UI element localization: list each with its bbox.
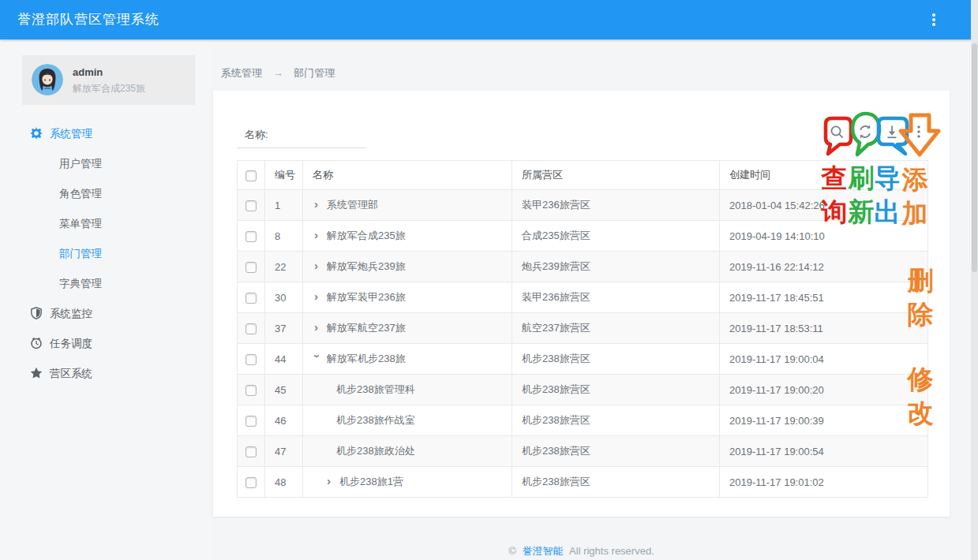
breadcrumb: 系统管理 → 部门管理 <box>221 66 335 80</box>
cell-name: 机步238旅管理科 <box>336 383 415 395</box>
column-header-created[interactable]: 创建时间 <box>720 161 928 190</box>
table-row[interactable]: 8 解放军合成235旅 合成235旅营区 2019-04-19 14:10:10 <box>238 221 928 252</box>
sidebar-item-system-management[interactable]: 系统管理 <box>0 119 210 149</box>
cell-camp: 炮兵239旅营区 <box>512 252 720 282</box>
sidebar-item-label: 任务调度 <box>50 338 92 349</box>
cell-id: 46 <box>265 405 303 436</box>
search-button[interactable] <box>829 124 845 140</box>
breadcrumb-current: 部门管理 <box>294 67 335 79</box>
user-organization: 解放军合成235旅 <box>73 82 145 95</box>
cell-name: 解放军装甲236旅 <box>327 291 406 303</box>
app-title: 誉澄部队营区管理系统 <box>17 0 159 39</box>
table-toolbar <box>829 124 939 140</box>
row-checkbox[interactable] <box>245 416 257 427</box>
export-button[interactable] <box>884 124 900 140</box>
cell-created: 2019-11-17 19:00:39 <box>720 405 928 436</box>
expand-icon[interactable] <box>327 475 334 487</box>
sidebar-item-camp-system[interactable]: 营区系统 <box>0 359 210 389</box>
table-row[interactable]: 44 解放军机步238旅 机步238旅营区 2019-11-17 19:00:0… <box>238 344 928 375</box>
sidebar-item-label: 系统监控 <box>50 308 92 319</box>
column-header-id[interactable]: 编号 <box>265 161 303 190</box>
cell-name: 机步238旅作战室 <box>336 414 415 426</box>
cell-camp: 合成235旅营区 <box>512 221 720 252</box>
table-row[interactable]: 45 机步238旅管理科 机步238旅营区 2019-11-17 19:00:2… <box>238 375 928 405</box>
row-checkbox[interactable] <box>245 477 257 488</box>
row-checkbox[interactable] <box>245 200 257 211</box>
row-checkbox[interactable] <box>245 385 257 396</box>
table-row[interactable]: 37 解放军航空237旅 航空237旅营区 2019-11-17 18:53:1… <box>238 313 928 344</box>
sidebar-item-dictionary-management[interactable]: 字典管理 <box>0 269 210 299</box>
sidebar: admin 解放军合成235旅 系统管理 用户管理 角色管理 菜单管理 部门管理… <box>0 39 210 560</box>
row-checkbox[interactable] <box>245 446 257 457</box>
cell-id: 45 <box>265 375 303 405</box>
cell-name: 解放军机步238旅 <box>327 353 406 364</box>
vertical-dots-icon <box>927 12 940 28</box>
sidebar-item-label: 部门管理 <box>59 248 102 259</box>
expand-icon[interactable] <box>314 229 321 241</box>
cell-id: 1 <box>265 190 303 221</box>
column-header-name[interactable]: 名称 <box>303 161 512 190</box>
table-row[interactable]: 22 解放军炮兵239旅 炮兵239旅营区 2019-11-16 22:14:1… <box>238 252 928 282</box>
cell-name: 机步238旅1营 <box>339 476 403 487</box>
sidebar-item-system-monitor[interactable]: 系统监控 <box>0 299 210 329</box>
expand-icon[interactable] <box>314 321 321 333</box>
sidebar-item-task-scheduling[interactable]: 任务调度 <box>0 329 210 359</box>
more-actions-button[interactable] <box>911 124 927 140</box>
table-row[interactable]: 46 机步238旅作战室 机步238旅营区 2019-11-17 19:00:3… <box>238 405 928 436</box>
cell-id: 22 <box>265 252 303 282</box>
cell-created: 2019-11-17 19:00:54 <box>720 436 928 467</box>
sidebar-item-label: 字典管理 <box>59 278 102 289</box>
download-icon <box>884 124 900 140</box>
sidebar-item-role-management[interactable]: 角色管理 <box>0 179 210 209</box>
page-scrollbar-track[interactable] <box>971 0 978 560</box>
table-row[interactable]: 48 机步238旅1营 机步238旅营区 2019-11-17 19:01:02 <box>238 467 928 498</box>
cell-id: 8 <box>265 221 303 252</box>
column-header-camp[interactable]: 所属营区 <box>512 161 720 190</box>
sidebar-item-department-management[interactable]: 部门管理 <box>0 239 210 269</box>
cell-created: 2019-11-16 22:14:12 <box>720 252 928 282</box>
sidebar-item-label: 系统管理 <box>50 128 92 140</box>
expand-icon[interactable] <box>314 290 321 302</box>
copyright-symbol: © <box>508 545 516 557</box>
cell-camp: 装甲236旅营区 <box>512 190 720 221</box>
expand-icon[interactable] <box>314 259 321 271</box>
avatar <box>32 64 63 95</box>
cell-created: 2018-01-04 15:42:26 <box>720 190 928 221</box>
table-row[interactable]: 1 系统管理部 装甲236旅营区 2018-01-04 15:42:26 <box>238 190 928 221</box>
cell-created: 2019-04-19 14:10:10 <box>720 221 928 252</box>
collapse-icon[interactable] <box>312 354 324 361</box>
user-info-panel: admin 解放军合成235旅 <box>22 55 195 105</box>
app-header: 誉澄部队营区管理系统 <box>0 0 971 39</box>
sidebar-item-user-management[interactable]: 用户管理 <box>0 149 210 179</box>
sidebar-item-label: 菜单管理 <box>59 218 102 230</box>
row-checkbox[interactable] <box>245 262 257 273</box>
row-checkbox[interactable] <box>245 323 257 334</box>
header-more-menu-button[interactable] <box>922 8 946 32</box>
cell-camp: 装甲236旅营区 <box>512 282 720 313</box>
page-scrollbar-thumb[interactable] <box>972 43 977 272</box>
star-icon <box>30 361 43 374</box>
cell-id: 47 <box>265 436 303 467</box>
row-checkbox[interactable] <box>245 354 257 365</box>
clock-icon <box>30 331 43 344</box>
table-row[interactable]: 47 机步238旅政治处 机步238旅营区 2019-11-17 19:00:5… <box>238 436 928 467</box>
breadcrumb-parent[interactable]: 系统管理 <box>221 67 262 79</box>
select-all-checkbox[interactable] <box>245 170 257 181</box>
cell-camp: 机步238旅营区 <box>512 405 720 436</box>
sidebar-item-menu-management[interactable]: 菜单管理 <box>0 209 210 239</box>
row-checkbox[interactable] <box>245 231 257 242</box>
cell-name: 解放军合成235旅 <box>327 230 406 241</box>
refresh-button[interactable] <box>857 124 873 140</box>
cell-name: 机步238旅政治处 <box>336 445 415 457</box>
cell-created: 2019-11-17 18:53:11 <box>720 313 928 344</box>
cell-camp: 机步238旅营区 <box>512 375 720 405</box>
row-checkbox[interactable] <box>245 293 257 304</box>
cell-created: 2019-11-17 19:00:20 <box>720 375 928 405</box>
brand-link[interactable]: 誉澄智能 <box>522 545 563 557</box>
cell-camp: 机步238旅营区 <box>512 436 720 467</box>
cell-camp: 机步238旅营区 <box>512 344 720 375</box>
sidebar-item-label: 营区系统 <box>50 368 92 379</box>
cell-camp: 航空237旅营区 <box>512 313 720 344</box>
expand-icon[interactable] <box>314 198 321 210</box>
table-row[interactable]: 30 解放军装甲236旅 装甲236旅营区 2019-11-17 18:45:5… <box>238 282 928 313</box>
